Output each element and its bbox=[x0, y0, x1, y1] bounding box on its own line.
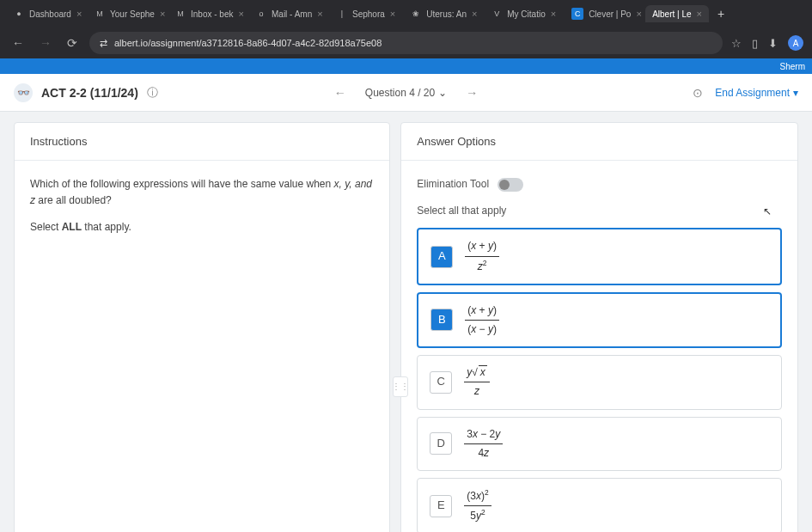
tab-dashboard[interactable]: ●Dashboard× bbox=[7, 5, 86, 22]
assignment-header: 👓 ACT 2-2 (11/1/24) ⓘ ← Question 4 / 20 … bbox=[0, 74, 812, 112]
answer-options-list: A (x + y)z2 B (x + y)(x − y) C yxz D 3x … bbox=[417, 228, 782, 532]
answer-option-d[interactable]: D 3x − 2y4z bbox=[417, 417, 782, 471]
tab-strip: ●Dashboard× MYour Sephe× MInbox - bek× o… bbox=[0, 0, 812, 28]
option-expression: 3x − 2y4z bbox=[464, 426, 503, 462]
option-expression: yxz bbox=[464, 364, 490, 400]
chevron-down-icon: ⌄ bbox=[438, 87, 447, 99]
assignment-title: ACT 2-2 (11/1/24) bbox=[41, 86, 138, 100]
download-icon[interactable]: ⬇ bbox=[768, 37, 778, 50]
close-icon[interactable]: × bbox=[636, 9, 641, 19]
browser-chrome: ●Dashboard× MYour Sephe× MInbox - bek× o… bbox=[0, 0, 812, 58]
address-bar: ← → ⟳ ⇄ albert.io/assignment/a3712816-8a… bbox=[0, 28, 812, 58]
tab-title: Clever | Po bbox=[589, 9, 631, 19]
option-letter: E bbox=[430, 495, 452, 517]
answer-panel: ⋮⋮ Answer Options Elimination Tool Selec… bbox=[400, 122, 798, 532]
instructions-panel: Instructions Which of the following expr… bbox=[14, 122, 390, 532]
question-selector[interactable]: Question 4 / 20 ⌄ bbox=[365, 87, 447, 99]
tab-albert[interactable]: Albert | Le× bbox=[645, 5, 709, 22]
tab-sephora[interactable]: |Sephora× bbox=[330, 5, 402, 22]
tab-mail[interactable]: oMail - Amn× bbox=[249, 5, 328, 22]
option-expression: (3x)25y2 bbox=[464, 487, 491, 524]
select-all-label: Select all that apply bbox=[417, 203, 782, 219]
close-icon[interactable]: × bbox=[76, 9, 82, 19]
answer-option-b[interactable]: B (x + y)(x − y) bbox=[417, 292, 782, 348]
close-icon[interactable]: × bbox=[551, 9, 556, 19]
tab-uterus[interactable]: ❀Uterus: An× bbox=[404, 5, 483, 22]
tab-title: Sephora bbox=[352, 9, 385, 19]
bookmark-icon[interactable]: ☆ bbox=[731, 37, 742, 50]
next-question-button[interactable]: → bbox=[462, 83, 481, 103]
tab-title: Albert | Le bbox=[652, 9, 691, 19]
end-assignment-label: End Assignment bbox=[715, 87, 790, 99]
close-icon[interactable]: × bbox=[390, 9, 395, 19]
new-tab-button[interactable]: + bbox=[711, 3, 731, 24]
tab-title: Dashboard bbox=[29, 9, 71, 19]
option-expression: (x + y)(x − y) bbox=[465, 303, 499, 338]
option-letter: A bbox=[430, 246, 453, 268]
back-button[interactable]: ← bbox=[9, 33, 27, 53]
tab-favicon: o bbox=[256, 9, 266, 19]
close-icon[interactable]: × bbox=[238, 9, 243, 19]
instructions-heading: Instructions bbox=[15, 123, 389, 161]
tab-title: Your Sephe bbox=[110, 9, 155, 19]
url-input[interactable]: ⇄ albert.io/assignment/a3712816-8a86-4d0… bbox=[89, 32, 723, 54]
close-icon[interactable]: × bbox=[317, 9, 322, 19]
timer-icon[interactable]: ⊙ bbox=[693, 86, 703, 100]
albert-logo-icon: 👓 bbox=[14, 83, 33, 102]
option-letter: D bbox=[430, 432, 452, 455]
url-text: albert.io/assignment/a3712816-8a86-4d07-… bbox=[114, 38, 382, 48]
tab-inbox[interactable]: MInbox - bek× bbox=[168, 5, 247, 22]
chevron-down-icon: ▾ bbox=[793, 87, 798, 99]
question-prompt: Which of the following expressions will … bbox=[30, 176, 374, 209]
close-icon[interactable]: × bbox=[697, 9, 702, 19]
question-number-label: Question 4 / 20 bbox=[365, 87, 435, 99]
tab-sephora-account[interactable]: MYour Sephe× bbox=[88, 5, 167, 22]
tab-title: Uterus: An bbox=[426, 9, 467, 19]
tab-favicon: ● bbox=[14, 9, 24, 19]
tab-favicon: M bbox=[95, 9, 105, 19]
close-icon[interactable]: × bbox=[160, 9, 165, 19]
tab-title: Inbox - bek bbox=[191, 9, 233, 19]
main-content: 👓 ACT 2-2 (11/1/24) ⓘ ← Question 4 / 20 … bbox=[0, 74, 812, 532]
elimination-label: Elimination Tool bbox=[417, 176, 489, 193]
option-letter: C bbox=[430, 371, 452, 394]
answer-heading: Answer Options bbox=[401, 123, 797, 161]
cursor-icon: ↖ bbox=[763, 205, 772, 217]
profile-avatar[interactable]: A bbox=[788, 35, 803, 51]
tab-title: Mail - Amn bbox=[272, 9, 312, 19]
end-assignment-button[interactable]: End Assignment ▾ bbox=[715, 87, 798, 99]
prev-question-button[interactable]: ← bbox=[331, 83, 350, 103]
site-settings-icon[interactable]: ⇄ bbox=[100, 38, 107, 49]
answer-option-c[interactable]: C yxz bbox=[417, 355, 782, 409]
option-expression: (x + y)z2 bbox=[465, 238, 499, 274]
info-icon[interactable]: ⓘ bbox=[147, 85, 158, 101]
panel-drag-handle[interactable]: ⋮⋮ bbox=[393, 376, 408, 397]
tab-title: My Citatio bbox=[507, 9, 545, 19]
username-label: Sherm bbox=[780, 62, 805, 71]
answer-option-e[interactable]: E (3x)25y2 bbox=[417, 478, 782, 532]
tab-favicon: | bbox=[337, 9, 347, 19]
tab-clever[interactable]: CClever | Po× bbox=[565, 4, 644, 23]
answer-option-a[interactable]: A (x + y)z2 bbox=[417, 228, 782, 284]
close-icon[interactable]: × bbox=[472, 9, 477, 19]
reload-button[interactable]: ⟳ bbox=[64, 33, 81, 53]
tab-favicon: V bbox=[491, 9, 502, 19]
option-letter: B bbox=[430, 309, 453, 331]
elimination-toggle[interactable] bbox=[498, 178, 523, 192]
tab-favicon: ❀ bbox=[411, 9, 421, 19]
select-all-instruction: Select ALL that apply. bbox=[30, 219, 374, 235]
app-top-bar: Sherm bbox=[0, 58, 812, 74]
tab-citations[interactable]: VMy Citatio× bbox=[485, 5, 563, 22]
tab-favicon: C bbox=[571, 8, 583, 20]
extensions-icon[interactable]: ▯ bbox=[752, 37, 758, 50]
forward-button[interactable]: → bbox=[36, 33, 55, 53]
tab-favicon: M bbox=[175, 9, 186, 19]
